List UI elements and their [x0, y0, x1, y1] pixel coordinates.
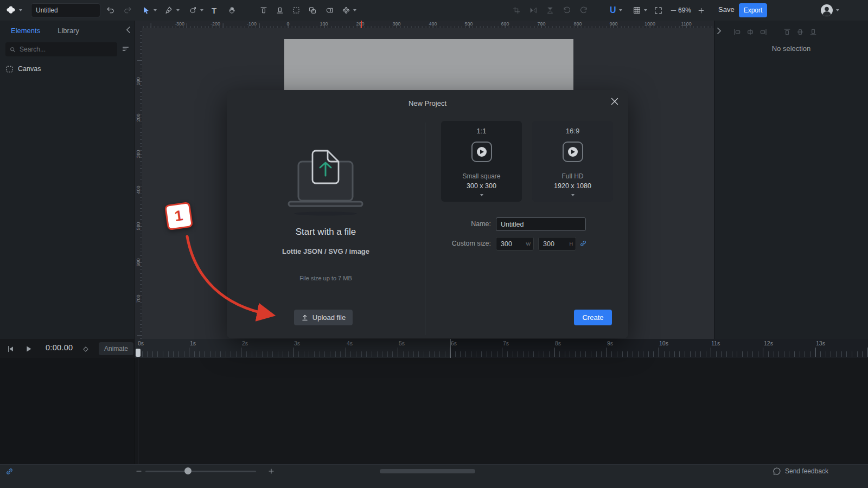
timeline-tracks-area[interactable] — [135, 358, 868, 464]
search-box[interactable] — [5, 42, 117, 56]
skip-to-start-button[interactable] — [7, 345, 15, 353]
zoom-fit-button[interactable] — [654, 0, 663, 21]
ruler-corner — [135, 21, 142, 28]
upload-file-button[interactable]: Upload file — [294, 310, 353, 325]
current-time: 0:00.00 — [46, 343, 73, 352]
chevron-down-icon — [176, 9, 180, 11]
zoom-in-button[interactable] — [698, 0, 705, 21]
align-left-icon[interactable] — [733, 28, 742, 36]
flip-horizontal-button[interactable] — [529, 0, 538, 21]
component-button[interactable] — [342, 0, 356, 21]
ruler-major-ticks — [142, 23, 714, 28]
link-toggle-button[interactable] — [5, 467, 14, 476]
ruler-label: 1100 — [681, 21, 691, 27]
crop-button[interactable] — [512, 0, 521, 21]
status-bar: Send feedback — [0, 464, 868, 488]
mask-icon — [326, 6, 334, 15]
chevron-right-icon — [717, 27, 722, 35]
project-name-field[interactable] — [496, 217, 586, 231]
ruler-label: 1000 — [644, 21, 655, 27]
layer-item-label: Canvas — [18, 65, 41, 73]
hand-tool[interactable] — [228, 0, 237, 21]
flip-vertical-button[interactable] — [546, 0, 554, 21]
group-button[interactable] — [308, 0, 317, 21]
align-bottom-icon[interactable] — [809, 28, 818, 36]
shape-icon — [189, 6, 197, 15]
time-tick-label: 10s — [659, 340, 668, 346]
pen-icon — [165, 6, 174, 15]
project-name-input[interactable] — [31, 3, 100, 17]
align-bottom-button[interactable] — [276, 0, 284, 21]
frame-button[interactable] — [292, 0, 301, 21]
time-tick-label: 3s — [294, 340, 300, 346]
select-tool[interactable] — [142, 0, 157, 21]
pen-tool[interactable] — [165, 0, 180, 21]
ruler-label: 300 — [136, 150, 141, 158]
redo-button[interactable] — [123, 0, 132, 21]
vertical-ruler[interactable]: 100 200 300 400 500 600 700 — [135, 28, 142, 339]
panel-expand-button[interactable] — [717, 27, 722, 35]
timeline-ruler[interactable]: 0s 1s 2s 3s 4s 5s 6s 7s 8s 9s 10s 11s 12… — [135, 339, 868, 358]
grid-menu[interactable] — [633, 0, 647, 21]
rotate-cw-button[interactable] — [579, 0, 588, 21]
align-top-button[interactable] — [259, 0, 268, 21]
time-tick-label: 1s — [190, 340, 196, 346]
timeline-zoom-slider[interactable] — [145, 471, 256, 472]
hand-icon — [228, 6, 237, 15]
upload-illustration — [280, 144, 371, 219]
create-button[interactable]: Create — [574, 310, 612, 325]
rotate-ccw-button[interactable] — [563, 0, 571, 21]
timeline-zoom-out-button[interactable] — [136, 468, 142, 474]
preset-small-square[interactable]: 1:1 Small square 300 x 300 — [441, 121, 522, 202]
align-center-h-icon[interactable] — [746, 28, 755, 36]
brand-menu[interactable]: U — [610, 0, 622, 21]
ruler-label: 200 — [356, 21, 364, 27]
preset-size: 300 x 300 — [441, 182, 522, 190]
ruler-label: 600 — [501, 21, 509, 27]
chevron-down-icon[interactable] — [480, 194, 483, 196]
timeline-horizontal-scrollbar[interactable] — [380, 469, 475, 473]
undo-button[interactable] — [106, 0, 116, 21]
ruler-label: 500 — [136, 222, 141, 230]
align-middle-v-icon[interactable] — [796, 28, 805, 36]
animate-button[interactable]: Animate — [99, 342, 133, 355]
play-button[interactable] — [24, 345, 33, 353]
frame-icon — [292, 6, 301, 15]
playhead-handle[interactable] — [136, 349, 141, 357]
preset-full-hd[interactable]: 16:9 Full HD 1920 x 1080 — [532, 121, 613, 202]
align-right-icon[interactable] — [759, 28, 768, 36]
sort-button[interactable] — [122, 45, 130, 53]
send-feedback-button[interactable]: Send feedback — [773, 467, 828, 476]
export-button[interactable]: Export — [739, 3, 767, 17]
ruler-label: 400 — [429, 21, 437, 27]
modal-close-button[interactable] — [610, 97, 621, 107]
avatar — [820, 4, 833, 17]
ruler-label: 800 — [573, 21, 582, 27]
sidebar-collapse-button[interactable] — [126, 26, 131, 34]
zoom-out-button[interactable] — [670, 0, 677, 21]
timeline-zoom-handle[interactable] — [184, 467, 192, 474]
chevron-down-icon[interactable] — [571, 194, 575, 196]
timeline-zoom-in-button[interactable] — [268, 468, 275, 474]
align-top-icon[interactable] — [783, 28, 792, 36]
keyframe-button[interactable] — [82, 345, 90, 353]
account-menu[interactable] — [820, 0, 839, 21]
search-input[interactable] — [20, 46, 113, 53]
shape-tool[interactable] — [189, 0, 203, 21]
sort-lines-icon — [122, 45, 130, 53]
mask-button[interactable] — [326, 0, 334, 21]
align-bottom-icon — [276, 6, 284, 15]
timeline-layers-panel[interactable] — [0, 358, 135, 464]
lock-aspect-ratio-button[interactable] — [579, 240, 587, 247]
tab-elements[interactable]: Elements — [11, 27, 40, 35]
save-button[interactable]: Save — [718, 5, 735, 14]
layer-item-canvas[interactable]: Canvas — [0, 62, 135, 76]
tab-library[interactable]: Library — [58, 27, 79, 35]
zoom-level[interactable]: 69% — [678, 0, 697, 21]
alignment-toolbar — [733, 28, 818, 36]
app-logo-menu[interactable] — [5, 0, 22, 21]
horizontal-ruler[interactable]: -300 -200 -100 0 100 200 300 400 500 600… — [142, 21, 714, 28]
align-top-icon — [259, 6, 268, 15]
text-tool[interactable]: T — [212, 0, 216, 21]
modal-divider — [425, 123, 425, 335]
